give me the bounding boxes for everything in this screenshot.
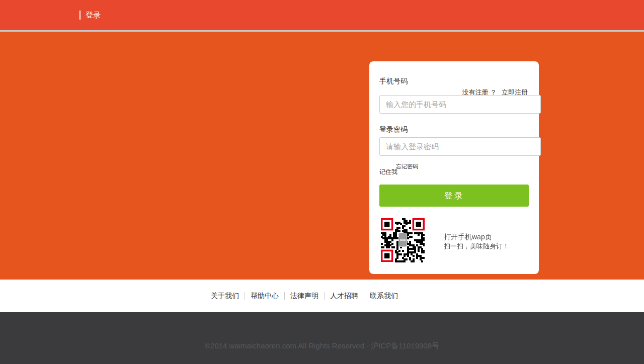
footer-link-help[interactable]: 帮助中心 (245, 292, 284, 300)
password-label: 登录密码 (379, 125, 408, 134)
phone-input[interactable] (379, 95, 541, 114)
qr-caption-line2: 扫一扫，美味随身订！ (444, 242, 509, 251)
password-input[interactable] (379, 137, 541, 156)
page-title: 登录 (79, 11, 101, 20)
top-header: 登录 (0, 0, 644, 30)
qr-caption-line1: 打开手机wap页 (444, 232, 509, 242)
login-button[interactable]: 登录 (379, 185, 529, 207)
copyright-text: ©2014 waimaichaoren.com All Rights Reser… (0, 312, 644, 351)
footer-link-legal[interactable]: 法律声明 (284, 292, 324, 300)
phone-label: 手机号码 (379, 77, 408, 86)
qr-caption: 打开手机wap页 扫一扫，美味随身订！ (444, 232, 509, 251)
login-card: 手机号码 没有注册 ？立即注册 登录密码 忘记密码 记住我 登录 wap 打开手… (369, 61, 539, 274)
qr-code-wrap: wap (381, 218, 425, 262)
qr-phone-icon: wap (398, 233, 407, 247)
footer-link-contact[interactable]: 联系我们 (364, 292, 404, 300)
remember-me-label[interactable]: 记住我 (379, 168, 397, 176)
login-page: 登录 手机号码 没有注册 ？立即注册 登录密码 忘记密码 记住我 登录 wap … (0, 0, 644, 364)
footer-nav-list: 关于我们 帮助中心 法律声明 人才招聘 联系我们 (205, 292, 404, 300)
bottom-footer: ©2014 waimaichaoren.com All Rights Reser… (0, 312, 644, 364)
main-area: 手机号码 没有注册 ？立即注册 登录密码 忘记密码 记住我 登录 wap 打开手… (0, 32, 644, 280)
footer-nav: 关于我们 帮助中心 法律声明 人才招聘 联系我们 (0, 280, 644, 312)
footer-link-about[interactable]: 关于我们 (205, 292, 245, 300)
forgot-password-link[interactable]: 忘记密码 (396, 163, 418, 170)
footer-link-jobs[interactable]: 人才招聘 (324, 292, 364, 300)
